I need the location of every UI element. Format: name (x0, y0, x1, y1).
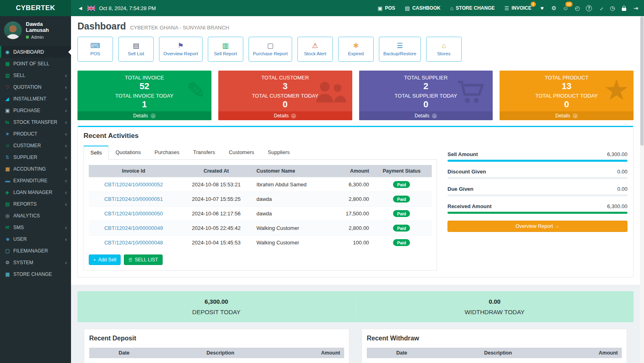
chevron-left-icon: ‹ (65, 166, 67, 172)
tab-purchases[interactable]: Purchases (148, 146, 186, 160)
sidebar-item-filemanager[interactable]: ▢ FILEMANAGER (0, 245, 71, 257)
sidebar-item-analytics[interactable]: ◎ ANALYTICS (0, 210, 71, 221)
gear-icon: ⚙ (551, 5, 556, 11)
sidebar-item-label: LOAN MANAGER (13, 190, 65, 195)
user-status[interactable]: Admin (26, 35, 67, 40)
sidebar-item-point-of-sell[interactable]: ▦ POINT OF SELL (0, 58, 71, 69)
sidebar-item-store-change[interactable]: ▦ STORE CHANGE (0, 268, 71, 280)
progress-bar-fill (447, 212, 627, 214)
pos-icon: ▣ (378, 5, 383, 11)
customer-details-link[interactable]: Details → (218, 111, 352, 120)
details-label: Details (133, 113, 148, 119)
details-label: Details (415, 113, 430, 119)
payment-status-badge: Paid (393, 196, 410, 202)
fullscreen-button[interactable]: ↔ (595, 0, 606, 16)
description-header: Description (433, 350, 563, 356)
invoice-details-link[interactable]: Details → (77, 111, 211, 120)
sidebar-item-customer[interactable]: ☺ CUSTOMER ‹ (0, 140, 71, 151)
amount-header: Amount (563, 350, 618, 356)
panel-table-header: Date Description Amount (367, 348, 622, 358)
quick-stock-alert-button[interactable]: ⚠ Stock Alert (297, 37, 333, 62)
sidebar-item-system[interactable]: ⚙ SYSTEM ‹ (0, 257, 71, 268)
lock-screen-button[interactable] (618, 0, 630, 16)
logout-button[interactable]: ⇥ (630, 0, 642, 16)
sidebar-item-sms[interactable]: ✉ SMS ‹ (0, 221, 71, 233)
sidebar-item-reports[interactable]: ▤ REPORTS ‹ (0, 198, 71, 210)
tab-transfers[interactable]: Transfers (186, 146, 222, 160)
plus-icon: + (93, 257, 96, 262)
card-title: TOTAL CUSTOMER (218, 75, 352, 81)
sidebar-item-purchase[interactable]: ▣ PURCHASE ‹ (0, 104, 71, 116)
sidebar-item-expanditure[interactable]: ▬ EXPANDITURE ‹ (0, 175, 71, 186)
sidebar-item-quotation[interactable]: ♡ QUOTATION ‹ (0, 81, 71, 93)
topbar-cashbook-button[interactable]: ▤ CASHBOOK (400, 0, 445, 16)
quick-expired-button[interactable]: ✱ Expired (338, 37, 374, 62)
quick-sell-report-button[interactable]: ▥ Sell Report (208, 37, 243, 62)
scrollbar[interactable] (640, 16, 644, 363)
quick-pos-button[interactable]: ⌨ POS (77, 37, 113, 62)
question-mark-icon: ? (586, 5, 592, 11)
quick-backup-restore-button[interactable]: ☰ Backup/Restore (379, 37, 421, 62)
due-given-row: Due Given 0.00 (447, 186, 627, 196)
alert-icon: ⚠ (312, 42, 318, 49)
sidebar-item-installment[interactable]: ◢ INSTALLMENT ‹ (0, 93, 71, 104)
invoice-link[interactable]: CBT/12024/10/00000052 (104, 182, 163, 188)
tab-sells[interactable]: Sells (84, 146, 109, 160)
brand-logo[interactable]: CYBERTEK (0, 0, 71, 16)
topbar-invoice-button[interactable]: ☰ INVOICE 1 (500, 0, 536, 16)
heart-icon: ♥ (540, 5, 544, 11)
total-customer-card: TOTAL CUSTOMER 3 TOTAL CUSTOMER TODAY 0 … (218, 71, 352, 120)
sidebar-item-supplier[interactable]: ⇅ SUPPLIER ‹ (0, 151, 71, 163)
folder-icon: ▢ (5, 248, 13, 254)
product-details-link[interactable]: Details → (500, 111, 634, 120)
favorites-button[interactable]: ♥ (536, 0, 548, 16)
user-name: Dawda Lamusah (26, 21, 67, 33)
sidebar-item-dashboard[interactable]: ◉ DASHBOARD (0, 46, 71, 58)
invoice-link[interactable]: CBT/12024/10/00000049 (104, 225, 163, 231)
summary-value: 6,300.00 (607, 151, 627, 157)
sidebar-item-sell[interactable]: ▥ SELL ‹ (0, 69, 71, 81)
sidebar-item-product[interactable]: ★ PRODUCT ‹ (0, 128, 71, 140)
uk-flag-icon[interactable] (87, 6, 95, 11)
topbar-store-change-button[interactable]: ⌂ STORE CHANGE (445, 0, 500, 16)
tab-quotations[interactable]: Quotations (109, 146, 148, 160)
quick-purchase-report-button[interactable]: ▢ Purchase Report (249, 37, 292, 62)
invoice-link[interactable]: CBT/12024/10/00000048 (104, 240, 163, 246)
sidebar-item-label: SUPPLIER (13, 154, 65, 160)
invoice-count-badge: 1 (531, 2, 536, 7)
sidebar-toggle-icon[interactable]: ◀ (73, 6, 87, 11)
history-button[interactable]: ◷ (606, 0, 618, 16)
supplier-details-link[interactable]: Details → (359, 111, 493, 120)
cashbook-icon: ▤ (405, 5, 410, 11)
sidebar-item-label: PURCHASE (13, 108, 65, 113)
topbar-pos-button[interactable]: ▣ POS (373, 0, 400, 16)
avatar[interactable] (4, 21, 22, 39)
notifications-button[interactable]: ☺ 12 (560, 0, 571, 16)
settings-button[interactable]: ⚙ (548, 0, 560, 16)
sidebar-item-user[interactable]: ☻ USER ‹ (0, 233, 71, 245)
sidebar-item-accounting[interactable]: ▦ ACCOUNTING ‹ (0, 163, 71, 175)
quick-stores-button[interactable]: ⌂ Stores (426, 37, 462, 62)
help-button[interactable]: ? (583, 0, 595, 16)
alarm-button[interactable]: ◴ (571, 0, 583, 16)
scrollbar-thumb[interactable] (640, 17, 644, 146)
add-sell-button[interactable]: + Add Sell (89, 255, 121, 265)
invoice-link[interactable]: CBT/12024/10/00000050 (104, 211, 163, 217)
amount-cell: 6,300.00 (332, 177, 372, 192)
sidebar-item-loan-manager[interactable]: ◈ LOAN MANAGER ‹ (0, 186, 71, 198)
sidebar-item-stock-transfer[interactable]: ⇆ STOCK TRANSFER ‹ (0, 116, 71, 128)
invoice-link[interactable]: CBT/12024/10/00000051 (104, 196, 163, 202)
amount-cell: 100.00 (332, 236, 372, 250)
quick-overview-report-button[interactable]: ⚑ Overview Report (159, 37, 203, 62)
quick-sell-list-button[interactable]: ▤ Sell List (118, 37, 154, 62)
overview-report-button[interactable]: Overview Report → (447, 221, 627, 232)
tab-suppliers[interactable]: Suppliers (261, 146, 297, 160)
sidebar-item-label: SMS (13, 225, 65, 230)
sell-list-button[interactable]: ☰ SELL LIST (124, 255, 162, 265)
quick-actions: ⌨ POS ▤ Sell List ⚑ Overview Report ▥ Se… (71, 33, 640, 67)
created-at-cell: 2024-10-06 12:17:56 (178, 207, 254, 221)
sell-list-label: SELL LIST (135, 257, 158, 263)
tab-customers[interactable]: Customers (222, 146, 261, 160)
progress-bar-fill (447, 160, 627, 162)
sidebar: Dawda Lamusah Admin ◉ DASHBOARD ▦ POINT … (0, 16, 71, 363)
